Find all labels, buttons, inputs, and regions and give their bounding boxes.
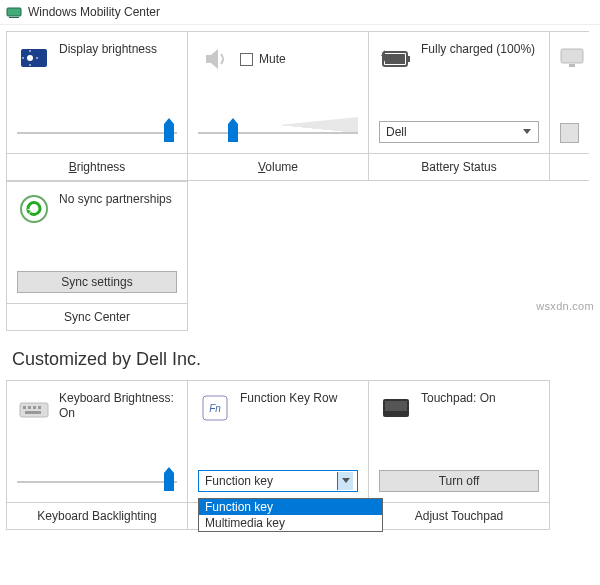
svg-rect-12	[569, 64, 575, 67]
svg-text:Fn: Fn	[209, 403, 221, 414]
svg-rect-23	[385, 401, 407, 411]
tile-brightness: Display brightness Brightness	[6, 31, 188, 181]
fn-row-value: Function key	[205, 474, 273, 488]
keyboard-icon	[17, 391, 51, 425]
svg-rect-14	[20, 403, 48, 417]
fn-row-dropdown[interactable]: Function key Multimedia key	[198, 498, 383, 532]
volume-slider[interactable]	[198, 123, 358, 143]
tile-touchpad: Touchpad: On Turn off Adjust Touchpad	[368, 380, 550, 530]
window-titlebar: Windows Mobility Center	[0, 0, 600, 25]
svg-rect-10	[385, 54, 405, 64]
kbd-backlight-label: Keyboard Brightness: On	[59, 391, 177, 425]
tile-battery: Fully charged (100%) Dell Battery Status	[368, 31, 550, 181]
mute-checkbox[interactable]: Mute	[240, 42, 286, 76]
svg-point-3	[27, 55, 33, 61]
brightness-icon	[17, 42, 51, 76]
tile-keyboard-backlight: Keyboard Brightness: On Keyboard Backlig…	[6, 380, 188, 530]
chevron-down-icon	[518, 123, 534, 141]
svg-rect-15	[23, 406, 26, 409]
battery-icon	[379, 42, 413, 76]
window-title: Windows Mobility Center	[28, 5, 160, 19]
svg-rect-0	[7, 8, 21, 16]
svg-rect-18	[38, 406, 41, 409]
display-icon	[556, 42, 589, 76]
sync-settings-button[interactable]: Sync settings	[17, 271, 177, 293]
builtin-row: Display brightness Brightness Mute	[6, 31, 594, 181]
power-plan-select[interactable]: Dell	[379, 121, 539, 143]
svg-point-13	[21, 196, 47, 222]
svg-rect-17	[33, 406, 36, 409]
power-plan-value: Dell	[386, 125, 407, 139]
kbd-backlight-footer: Keyboard Backlighting	[7, 502, 187, 529]
svg-rect-19	[25, 411, 41, 414]
svg-rect-1	[9, 17, 19, 18]
svg-rect-2	[21, 49, 47, 67]
svg-rect-9	[407, 56, 410, 62]
sync-icon	[17, 192, 51, 226]
tile-volume: Mute Volume	[187, 31, 369, 181]
tile-sync: No sync partnerships Sync settings Sync …	[6, 181, 188, 331]
battery-footer: Battery Status	[369, 153, 549, 180]
mute-label: Mute	[259, 52, 286, 66]
volume-footer: Volume	[188, 153, 368, 180]
touchpad-label: Touchpad: On	[421, 391, 496, 425]
checkbox-box[interactable]	[240, 53, 253, 66]
speaker-icon	[198, 42, 232, 76]
custom-section-header: Customized by Dell Inc.	[6, 331, 594, 380]
touchpad-icon	[379, 391, 413, 425]
svg-rect-16	[28, 406, 31, 409]
fn-row-label: Function Key Row	[240, 391, 337, 425]
mobility-center-icon	[6, 4, 22, 20]
touchpad-turnoff-button[interactable]: Turn off	[379, 470, 539, 492]
touchpad-footer: Adjust Touchpad	[369, 502, 549, 529]
custom-row: Keyboard Brightness: On Keyboard Backlig…	[6, 380, 594, 530]
brightness-footer: Brightness	[7, 153, 187, 180]
fn-row-option-multimedia[interactable]: Multimedia key	[199, 515, 382, 531]
fn-row-option-function[interactable]: Function key	[199, 499, 382, 515]
sync-footer: Sync Center	[7, 303, 187, 330]
brightness-slider[interactable]	[17, 123, 177, 143]
tile-cutoff	[549, 31, 589, 181]
kbd-backlight-slider[interactable]	[17, 472, 177, 492]
chevron-down-icon	[337, 472, 353, 490]
watermark: wsxdn.com	[536, 300, 594, 312]
svg-rect-11	[561, 49, 583, 63]
fn-row-select[interactable]: Function key	[198, 470, 358, 492]
battery-label: Fully charged (100%)	[421, 42, 535, 76]
fn-key-icon: Fn	[198, 391, 232, 425]
brightness-label: Display brightness	[59, 42, 157, 76]
sync-label: No sync partnerships	[59, 192, 172, 226]
